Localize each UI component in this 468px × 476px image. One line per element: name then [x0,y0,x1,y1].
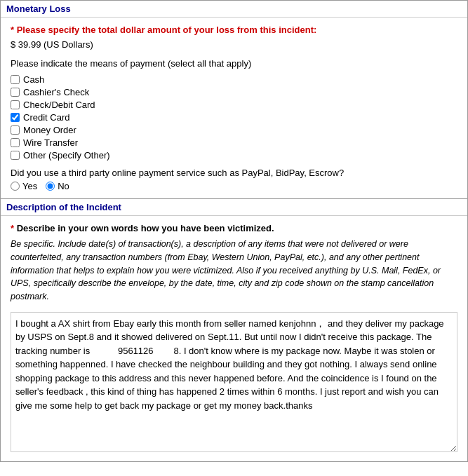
third-party-section: Did you use a third party online payment… [11,168,457,191]
payment-instruction: Please indicate the means of payment (se… [11,58,457,69]
description-title: Description of the Incident [6,202,121,212]
dollar-amount-label: * Please specify the total dollar amount… [11,25,457,35]
required-star-1: * [11,25,17,35]
checkbox-item-check-debit: Check/Debit Card [11,100,457,110]
monetary-loss-body: * Please specify the total dollar amount… [1,18,467,198]
required-star-2: * [11,223,17,233]
checkbox-check-debit[interactable] [11,100,20,109]
checkbox-item-cash: Cash [11,74,457,85]
checkbox-other[interactable] [11,151,20,160]
radio-no-label: No [58,181,69,191]
dollar-amount-value: $ 39.99 (US Dollars) [11,39,457,50]
checkbox-item-wire-transfer: Wire Transfer [11,137,457,148]
description-required-text: Describe in your own words how you have … [17,223,274,233]
checkbox-item-money-order: Money Order [11,125,457,135]
checkbox-credit-card-label: Credit Card [23,112,69,123]
checkbox-cashiers-check-label: Cashier's Check [23,87,89,97]
radio-yes[interactable] [11,182,20,191]
description-body: * Describe in your own words how you hav… [1,216,467,461]
description-required-label: * Describe in your own words how you hav… [11,223,457,233]
checkbox-money-order[interactable] [11,125,20,135]
monetary-loss-section: Monetary Loss * Please specify the total… [0,0,468,199]
monetary-loss-header: Monetary Loss [1,1,467,18]
radio-item-no: No [46,181,69,191]
monetary-loss-title: Monetary Loss [6,4,71,14]
checkbox-item-cashiers-check: Cashier's Check [11,87,457,97]
radio-no[interactable] [46,182,55,191]
third-party-question-text: Did you use a third party online payment… [11,168,457,178]
checkbox-item-other: Other (Specify Other) [11,150,457,161]
payment-checkbox-group: Cash Cashier's Check Check/Debit Card Cr… [11,74,457,161]
dollar-amount-question: Please specify the total dollar amount o… [17,25,317,35]
radio-yes-label: Yes [22,181,37,191]
description-instruction: Be specific. Include date(s) of transact… [11,238,457,304]
description-header: Description of the Incident [1,199,467,216]
checkbox-wire-transfer-label: Wire Transfer [23,137,78,148]
checkbox-item-credit-card: Credit Card [11,112,457,123]
description-textarea[interactable]: I bought a AX shirt from Ebay early this… [11,312,457,452]
checkbox-wire-transfer[interactable] [11,138,20,147]
radio-item-yes: Yes [11,181,37,191]
checkbox-money-order-label: Money Order [23,125,76,135]
checkbox-credit-card[interactable] [11,113,20,122]
checkbox-cash-label: Cash [23,74,44,85]
checkbox-cashiers-check[interactable] [11,88,20,97]
checkbox-other-label: Other (Specify Other) [23,150,110,161]
checkbox-cash[interactable] [11,75,20,84]
checkbox-check-debit-label: Check/Debit Card [23,100,95,110]
third-party-radio-group: Yes No [11,181,457,191]
description-section: Description of the Incident * Describe i… [0,199,468,462]
